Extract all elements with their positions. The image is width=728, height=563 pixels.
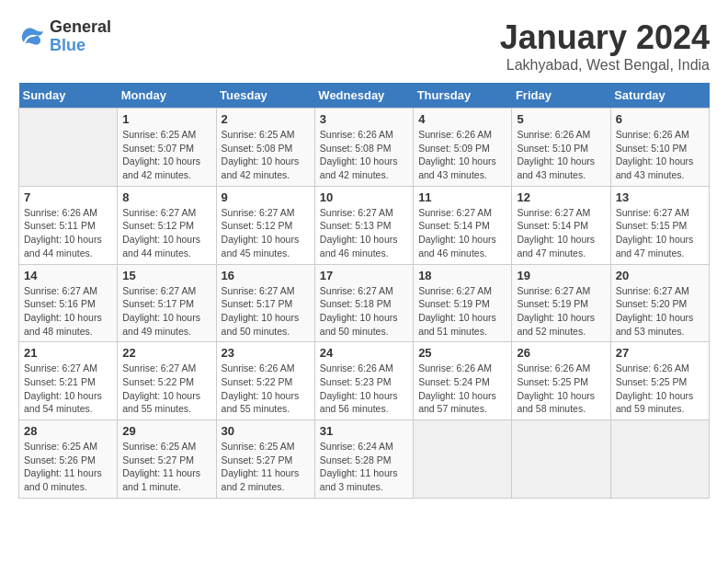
calendar-cell: 11Sunrise: 6:27 AM Sunset: 5:14 PM Dayli…	[414, 186, 512, 264]
calendar-cell: 19Sunrise: 6:27 AM Sunset: 5:19 PM Dayli…	[512, 264, 610, 342]
week-row-2: 7Sunrise: 6:26 AM Sunset: 5:11 PM Daylig…	[19, 186, 710, 264]
day-info: Sunrise: 6:27 AM Sunset: 5:12 PM Dayligh…	[122, 206, 210, 260]
day-info: Sunrise: 6:25 AM Sunset: 5:08 PM Dayligh…	[222, 128, 310, 182]
day-info: Sunrise: 6:27 AM Sunset: 5:12 PM Dayligh…	[222, 206, 310, 260]
calendar-body: 1Sunrise: 6:25 AM Sunset: 5:07 PM Daylig…	[19, 109, 710, 499]
day-info: Sunrise: 6:26 AM Sunset: 5:09 PM Dayligh…	[418, 128, 506, 182]
calendar-cell: 7Sunrise: 6:26 AM Sunset: 5:11 PM Daylig…	[19, 186, 118, 264]
calendar-cell	[414, 420, 512, 499]
calendar-cell: 17Sunrise: 6:27 AM Sunset: 5:18 PM Dayli…	[314, 264, 413, 342]
day-number: 30	[222, 424, 310, 438]
day-info: Sunrise: 6:27 AM Sunset: 5:20 PM Dayligh…	[616, 284, 704, 339]
calendar-cell: 10Sunrise: 6:27 AM Sunset: 5:13 PM Dayli…	[314, 186, 413, 264]
day-info: Sunrise: 6:26 AM Sunset: 5:25 PM Dayligh…	[517, 362, 605, 416]
day-number: 19	[517, 269, 605, 282]
day-number: 23	[222, 346, 310, 360]
logo: General Blue	[18, 18, 111, 55]
day-info: Sunrise: 6:27 AM Sunset: 5:16 PM Dayligh…	[24, 284, 112, 339]
day-number: 27	[616, 346, 704, 360]
calendar-cell: 3Sunrise: 6:26 AM Sunset: 5:08 PM Daylig…	[314, 109, 413, 187]
day-info: Sunrise: 6:25 AM Sunset: 5:27 PM Dayligh…	[222, 440, 310, 494]
day-info: Sunrise: 6:25 AM Sunset: 5:27 PM Dayligh…	[122, 440, 210, 494]
day-number: 17	[320, 269, 408, 282]
day-info: Sunrise: 6:27 AM Sunset: 5:22 PM Dayligh…	[122, 362, 210, 416]
day-number: 12	[517, 190, 605, 204]
day-number: 14	[24, 269, 112, 282]
calendar-cell: 8Sunrise: 6:27 AM Sunset: 5:12 PM Daylig…	[118, 186, 216, 264]
day-info: Sunrise: 6:26 AM Sunset: 5:25 PM Dayligh…	[616, 362, 704, 416]
calendar-cell: 24Sunrise: 6:26 AM Sunset: 5:23 PM Dayli…	[314, 342, 413, 420]
day-info: Sunrise: 6:27 AM Sunset: 5:14 PM Dayligh…	[517, 206, 605, 260]
week-row-3: 14Sunrise: 6:27 AM Sunset: 5:16 PM Dayli…	[19, 264, 710, 342]
header-day-saturday: Saturday	[610, 83, 709, 109]
header-day-friday: Friday	[512, 83, 610, 109]
day-number: 15	[122, 269, 210, 282]
day-number: 24	[320, 346, 408, 360]
calendar-cell	[512, 420, 610, 499]
day-info: Sunrise: 6:26 AM Sunset: 5:10 PM Dayligh…	[616, 128, 704, 182]
calendar-cell: 9Sunrise: 6:27 AM Sunset: 5:12 PM Daylig…	[216, 186, 314, 264]
header-day-monday: Monday	[118, 83, 216, 109]
day-number: 28	[24, 424, 112, 438]
header-day-sunday: Sunday	[19, 83, 118, 109]
day-info: Sunrise: 6:26 AM Sunset: 5:08 PM Dayligh…	[320, 128, 408, 182]
day-info: Sunrise: 6:27 AM Sunset: 5:18 PM Dayligh…	[320, 284, 408, 339]
page-header: General Blue January 2024 Lakhyabad, Wes…	[18, 18, 710, 74]
day-info: Sunrise: 6:25 AM Sunset: 5:07 PM Dayligh…	[122, 128, 210, 182]
day-info: Sunrise: 6:25 AM Sunset: 5:26 PM Dayligh…	[24, 440, 112, 494]
calendar-cell: 1Sunrise: 6:25 AM Sunset: 5:07 PM Daylig…	[118, 109, 216, 187]
calendar-cell: 4Sunrise: 6:26 AM Sunset: 5:09 PM Daylig…	[414, 109, 512, 187]
calendar-cell: 29Sunrise: 6:25 AM Sunset: 5:27 PM Dayli…	[118, 420, 216, 499]
day-number: 31	[320, 424, 408, 438]
header-day-tuesday: Tuesday	[216, 83, 314, 109]
week-row-5: 28Sunrise: 6:25 AM Sunset: 5:26 PM Dayli…	[19, 420, 710, 499]
calendar-title: January 2024	[500, 18, 710, 57]
logo-text: General Blue	[50, 18, 111, 55]
week-row-1: 1Sunrise: 6:25 AM Sunset: 5:07 PM Daylig…	[19, 109, 710, 187]
day-number: 10	[320, 190, 408, 204]
calendar-cell: 27Sunrise: 6:26 AM Sunset: 5:25 PM Dayli…	[610, 342, 709, 420]
calendar-cell	[19, 109, 118, 187]
day-number: 29	[122, 424, 210, 438]
day-info: Sunrise: 6:26 AM Sunset: 5:23 PM Dayligh…	[320, 362, 408, 416]
day-info: Sunrise: 6:26 AM Sunset: 5:22 PM Dayligh…	[222, 362, 310, 416]
title-block: January 2024 Lakhyabad, West Bengal, Ind…	[500, 18, 710, 74]
day-number: 4	[418, 112, 506, 126]
calendar-cell: 16Sunrise: 6:27 AM Sunset: 5:17 PM Dayli…	[216, 264, 314, 342]
calendar-header: SundayMondayTuesdayWednesdayThursdayFrid…	[19, 83, 710, 109]
calendar-cell: 30Sunrise: 6:25 AM Sunset: 5:27 PM Dayli…	[216, 420, 314, 499]
logo-icon	[18, 23, 46, 51]
header-row: SundayMondayTuesdayWednesdayThursdayFrid…	[19, 83, 710, 109]
day-info: Sunrise: 6:27 AM Sunset: 5:14 PM Dayligh…	[418, 206, 506, 260]
day-number: 22	[122, 346, 210, 360]
calendar-cell	[610, 420, 709, 499]
day-number: 9	[222, 190, 310, 204]
day-number: 26	[517, 346, 605, 360]
calendar-cell: 23Sunrise: 6:26 AM Sunset: 5:22 PM Dayli…	[216, 342, 314, 420]
day-number: 18	[418, 269, 506, 282]
header-day-thursday: Thursday	[414, 83, 512, 109]
day-info: Sunrise: 6:27 AM Sunset: 5:21 PM Dayligh…	[24, 362, 112, 416]
calendar-cell: 12Sunrise: 6:27 AM Sunset: 5:14 PM Dayli…	[512, 186, 610, 264]
day-info: Sunrise: 6:26 AM Sunset: 5:24 PM Dayligh…	[418, 362, 506, 416]
calendar-cell: 20Sunrise: 6:27 AM Sunset: 5:20 PM Dayli…	[610, 264, 709, 342]
day-number: 8	[122, 190, 210, 204]
day-number: 3	[320, 112, 408, 126]
day-number: 2	[222, 112, 310, 126]
calendar-cell: 15Sunrise: 6:27 AM Sunset: 5:17 PM Dayli…	[118, 264, 216, 342]
day-number: 20	[616, 269, 704, 282]
calendar-cell: 6Sunrise: 6:26 AM Sunset: 5:10 PM Daylig…	[610, 109, 709, 187]
day-number: 11	[418, 190, 506, 204]
day-number: 7	[24, 190, 112, 204]
week-row-4: 21Sunrise: 6:27 AM Sunset: 5:21 PM Dayli…	[19, 342, 710, 420]
calendar-cell: 28Sunrise: 6:25 AM Sunset: 5:26 PM Dayli…	[19, 420, 118, 499]
calendar-cell: 13Sunrise: 6:27 AM Sunset: 5:15 PM Dayli…	[610, 186, 709, 264]
header-day-wednesday: Wednesday	[314, 83, 413, 109]
day-info: Sunrise: 6:26 AM Sunset: 5:11 PM Dayligh…	[24, 206, 112, 260]
day-info: Sunrise: 6:27 AM Sunset: 5:19 PM Dayligh…	[517, 284, 605, 339]
day-number: 1	[122, 112, 210, 126]
day-number: 13	[616, 190, 704, 204]
calendar-table: SundayMondayTuesdayWednesdayThursdayFrid…	[18, 83, 710, 499]
day-number: 6	[616, 112, 704, 126]
calendar-cell: 5Sunrise: 6:26 AM Sunset: 5:10 PM Daylig…	[512, 109, 610, 187]
